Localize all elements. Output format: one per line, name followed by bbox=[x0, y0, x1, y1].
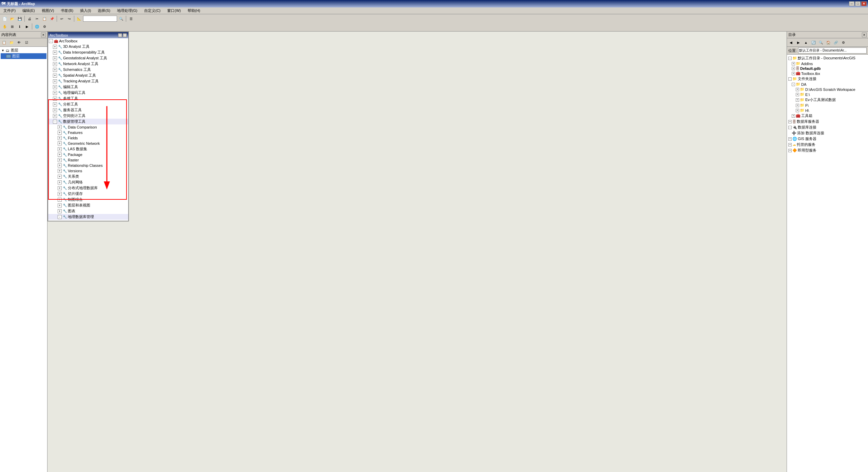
las-expand[interactable]: + bbox=[58, 147, 62, 151]
tool-analysis[interactable]: + 🔧 分析工具 bbox=[48, 101, 128, 107]
evt-expand[interactable]: + bbox=[796, 98, 799, 102]
fc-expand[interactable]: - bbox=[788, 77, 792, 81]
location-input[interactable] bbox=[798, 47, 867, 54]
save-button[interactable]: 💾 bbox=[16, 15, 23, 22]
tool-server[interactable]: + 🔧 服务器工具 bbox=[48, 107, 128, 113]
ed-expand[interactable]: + bbox=[53, 85, 57, 89]
tcn-expand[interactable]: + bbox=[792, 114, 795, 118]
pk-expand[interactable]: + bbox=[58, 153, 62, 157]
cat-da[interactable]: - 📁 DA bbox=[788, 82, 867, 87]
root-expand[interactable]: - bbox=[49, 39, 53, 43]
tool-analysis-dataset[interactable]: ⚙ 分析数据集 bbox=[48, 220, 128, 221]
tool-geometric-network[interactable]: + 🔧 Geometric Network bbox=[48, 141, 128, 146]
tool-layer-views[interactable]: + 🔧 图层和表视图 bbox=[48, 202, 128, 208]
ge-expand[interactable]: + bbox=[58, 198, 62, 202]
menu-view[interactable]: 视图(V) bbox=[40, 7, 56, 14]
arc-btn-2[interactable]: ⚙ bbox=[41, 23, 48, 30]
list-by-selection[interactable]: ☑ bbox=[23, 39, 30, 46]
toolbox-root[interactable]: - 🧰 ArcToolbox bbox=[48, 38, 128, 44]
tool-raster[interactable]: + 🔧 Raster bbox=[48, 157, 128, 163]
scale-input[interactable]: 1:17,828,394 bbox=[83, 16, 117, 22]
tool-las[interactable]: + 🔧 LAS 数据集 bbox=[48, 146, 128, 152]
menu-edit[interactable]: 编辑(E) bbox=[20, 7, 37, 14]
cat-gis-server[interactable]: + 🌐 GIS 服务器 bbox=[788, 136, 867, 142]
tool-fields[interactable]: + 🔧 Fields bbox=[48, 135, 128, 141]
fl-expand[interactable]: + bbox=[58, 136, 62, 140]
zoom-full-button[interactable]: ⊞ bbox=[9, 23, 16, 30]
an-expand[interactable]: + bbox=[53, 102, 57, 106]
cat-toolbox-cn[interactable]: + 🧰 工具箱 bbox=[788, 113, 867, 119]
catalog-connect[interactable]: 🔗 bbox=[832, 39, 839, 46]
catalog-refresh[interactable]: 🔄 bbox=[810, 39, 817, 46]
cat-ready-services[interactable]: + 🔶 即用型服务 bbox=[788, 148, 867, 153]
menu-window[interactable]: 窗口(W) bbox=[165, 7, 183, 14]
ga-expand[interactable]: - bbox=[58, 215, 62, 219]
identify-button[interactable]: ℹ bbox=[16, 23, 23, 30]
tool-schematics[interactable]: + 🔧 Schematics 工具 bbox=[48, 67, 128, 73]
catalog-forward[interactable]: ▶ bbox=[795, 39, 802, 46]
cat-toolbox[interactable]: + 🧰 Toolbox.tbx bbox=[788, 71, 867, 76]
list-by-drawing-order[interactable]: 📋 bbox=[1, 39, 7, 46]
catalog-up[interactable]: ▲ bbox=[803, 39, 809, 46]
menu-customize[interactable]: 自定义(C) bbox=[142, 7, 162, 14]
dgdb-expand[interactable]: + bbox=[792, 67, 795, 70]
tool-data-comparison[interactable]: + 🔧 Data Comparison bbox=[48, 124, 128, 130]
ai-expand[interactable]: + bbox=[792, 62, 795, 65]
tr-expand[interactable]: + bbox=[53, 79, 57, 83]
layer-button[interactable]: ☰ bbox=[128, 15, 134, 22]
tc-expand[interactable]: + bbox=[58, 192, 62, 196]
hs-expand[interactable]: + bbox=[788, 143, 792, 146]
rs-expand[interactable]: + bbox=[58, 158, 62, 162]
fd-expand[interactable]: + bbox=[796, 104, 799, 107]
cat-default-gdb[interactable]: + 🗄 Default.gdb bbox=[788, 66, 867, 71]
restore-button[interactable]: □ bbox=[855, 1, 861, 6]
tool-gdb-admin[interactable]: - 🔧 地理数据库管理 bbox=[48, 214, 128, 220]
ft-expand[interactable]: + bbox=[58, 131, 62, 135]
rc-expand[interactable]: + bbox=[58, 163, 62, 168]
undo-button[interactable]: ↩ bbox=[58, 15, 65, 22]
lv-expand[interactable]: + bbox=[58, 203, 62, 208]
measure-button[interactable]: 📐 bbox=[76, 15, 82, 22]
tool-spatial[interactable]: + 🔧 Spatial Analyst 工具 bbox=[48, 73, 128, 78]
close-button[interactable]: ✕ bbox=[861, 1, 867, 6]
menu-file[interactable]: 文件(F) bbox=[1, 7, 18, 14]
cat-arcgis-scratch[interactable]: + 📁 D:\ArcGIS Scratch Workspace bbox=[788, 87, 867, 92]
tool-geostat[interactable]: + 🔧 Geostatistical Analyst 工具 bbox=[48, 55, 128, 61]
ed-expand[interactable]: + bbox=[796, 93, 799, 96]
cat-ev-tools[interactable]: + 📁 Ev小工具测试数据 bbox=[788, 97, 867, 103]
sc-expand[interactable]: + bbox=[53, 68, 57, 72]
zoom-in-button[interactable]: 🔍 bbox=[118, 15, 124, 22]
tool-tracking[interactable]: + 🔧 Tracking Analyst 工具 bbox=[48, 78, 128, 84]
catalog-back[interactable]: ◀ bbox=[788, 39, 794, 46]
tool-geometry-network-cn[interactable]: + 🔧 几何网络 bbox=[48, 179, 128, 185]
cat-folder-connections[interactable]: - 📁 文件夹连接 bbox=[788, 76, 867, 82]
vr-expand[interactable]: + bbox=[58, 169, 62, 173]
hd-expand[interactable]: + bbox=[796, 109, 799, 112]
dg-expand[interactable]: + bbox=[58, 186, 62, 190]
ags-expand[interactable]: + bbox=[796, 88, 799, 91]
ss-expand[interactable]: + bbox=[53, 114, 57, 118]
tool-guanxilei[interactable]: + 🔧 关系类 bbox=[48, 174, 128, 179]
paste-button[interactable]: 📌 bbox=[49, 15, 55, 22]
layers-root[interactable]: ▼ 🗂 图层 bbox=[1, 47, 46, 53]
gncn-expand[interactable]: + bbox=[58, 180, 62, 184]
left-panel-close[interactable]: ✕ bbox=[41, 33, 46, 37]
cut-button[interactable]: ✂ bbox=[34, 15, 40, 22]
tool-spatialstat[interactable]: + 🔧 空间统计工具 bbox=[48, 113, 128, 119]
catalog-close[interactable]: ✕ bbox=[862, 33, 867, 37]
dw-expand[interactable]: - bbox=[788, 57, 792, 60]
tool-package[interactable]: + 🔧 Package bbox=[48, 152, 128, 157]
tool-distributed-gdb[interactable]: + 🔧 分布式地理数据库 bbox=[48, 185, 128, 191]
tool-3danalyst[interactable]: + 🔧 3D Analyst 工具 bbox=[48, 44, 128, 50]
layer-item-selected[interactable]: 图层 bbox=[1, 53, 46, 59]
tool-multidim[interactable]: + 🔧 多维工具 bbox=[48, 96, 128, 101]
cat-addins[interactable]: + 📁 AddIns bbox=[788, 61, 867, 66]
3d-expand[interactable]: + bbox=[53, 45, 57, 49]
dc-expand[interactable]: + bbox=[58, 125, 62, 129]
dbs-expand[interactable]: + bbox=[788, 120, 792, 123]
copy-button[interactable]: 📋 bbox=[41, 15, 48, 22]
list-by-visibility[interactable]: 👁 bbox=[16, 39, 22, 46]
tool-editor[interactable]: + 🔧 编辑工具 bbox=[48, 84, 128, 90]
catalog-home[interactable]: 🏠 bbox=[825, 39, 832, 46]
toolbox-minimize[interactable]: ─ bbox=[118, 33, 122, 37]
